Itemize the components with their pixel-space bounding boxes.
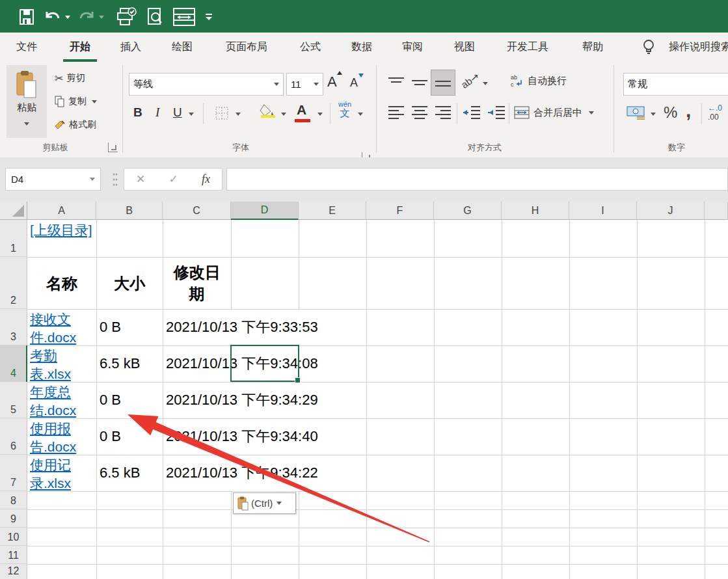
row-header-10[interactable]: 10 (0, 528, 27, 546)
parent-dir-link[interactable]: [上级目录] (30, 222, 92, 237)
row-header-4[interactable]: 4 (0, 345, 27, 382)
col-header-D[interactable]: D (231, 202, 299, 220)
cell-A7[interactable]: 使用记录.xlsx (30, 456, 95, 492)
cell-B3[interactable]: 0 B (96, 309, 161, 345)
paste-options-button[interactable]: (Ctrl) (233, 492, 296, 514)
cell-B6[interactable]: 0 B (96, 418, 161, 455)
col-header-J[interactable]: J (637, 202, 705, 220)
cell-B7[interactable]: 6.5 kB (96, 455, 161, 491)
row-header-9[interactable]: 9 (0, 509, 27, 528)
file-link[interactable]: 使用报告.docx (30, 421, 76, 454)
col-header-K-partial[interactable] (705, 202, 728, 220)
col-header-B[interactable]: B (96, 202, 163, 220)
file-link[interactable]: 使用记录.xlsx (30, 457, 71, 491)
paste-options-icon (237, 496, 249, 511)
row-header-8[interactable]: 8 (0, 491, 27, 509)
file-link[interactable]: 年度总结.docx (30, 384, 76, 418)
select-all-triangle-icon (12, 205, 24, 217)
col-header-F[interactable]: F (366, 202, 434, 220)
row-header-11[interactable]: 11 (0, 546, 27, 564)
selected-cell-D4[interactable] (230, 345, 299, 382)
select-all-button[interactable] (0, 202, 27, 220)
cell-A3[interactable]: 接收文件.docx (30, 310, 95, 347)
cell-C2-header-modified[interactable]: 修改日期 (166, 257, 228, 309)
excel-window: 文件 开始 插入 绘图 页面布局 公式 数据 审阅 视图 开发工具 帮助 操作说… (0, 0, 728, 579)
row-header-1[interactable]: 1 (0, 220, 27, 257)
cell-C6[interactable]: 2021/10/13 下午9:34:40 (163, 418, 371, 455)
cell-A5[interactable]: 年度总结.docx (30, 383, 95, 420)
row-header-12[interactable]: 12 (0, 564, 27, 579)
col-header-H[interactable]: H (502, 202, 569, 220)
cell-A6[interactable]: 使用报告.docx (30, 420, 95, 456)
selected-row-accent (26, 345, 27, 382)
file-link[interactable]: 考勤表.xlsx (30, 348, 71, 381)
file-link[interactable]: 接收文件.docx (30, 312, 76, 345)
col-header-A[interactable]: A (27, 202, 96, 220)
cell-B4[interactable]: 6.5 kB (96, 345, 161, 382)
cell-A2-header-name[interactable]: 名称 (27, 257, 96, 309)
col-header-G[interactable]: G (434, 202, 502, 220)
row-header-5[interactable]: 5 (0, 382, 27, 418)
row-header-7[interactable]: 7 (0, 455, 27, 491)
cell-A1[interactable]: [上级目录] (30, 221, 95, 239)
cell-A4[interactable]: 考勤表.xlsx (30, 347, 95, 383)
col-header-C[interactable]: C (163, 202, 231, 220)
row-header-3[interactable]: 3 (0, 309, 27, 345)
row-header-2[interactable]: 2 (0, 257, 27, 309)
cell-C3[interactable]: 2021/10/13 下午9:33:53 (163, 309, 371, 345)
cell-C5[interactable]: 2021/10/13 下午9:34:29 (163, 382, 371, 418)
cell-C7[interactable]: 2021/10/13 下午9:34:22 (163, 455, 371, 491)
col-header-E[interactable]: E (299, 202, 366, 220)
row-header-6[interactable]: 6 (0, 418, 27, 455)
fill-handle[interactable] (295, 377, 301, 383)
col-header-I[interactable]: I (569, 202, 637, 220)
cell-B5[interactable]: 0 B (96, 382, 161, 418)
cell-B2-header-size[interactable]: 大小 (96, 257, 163, 309)
